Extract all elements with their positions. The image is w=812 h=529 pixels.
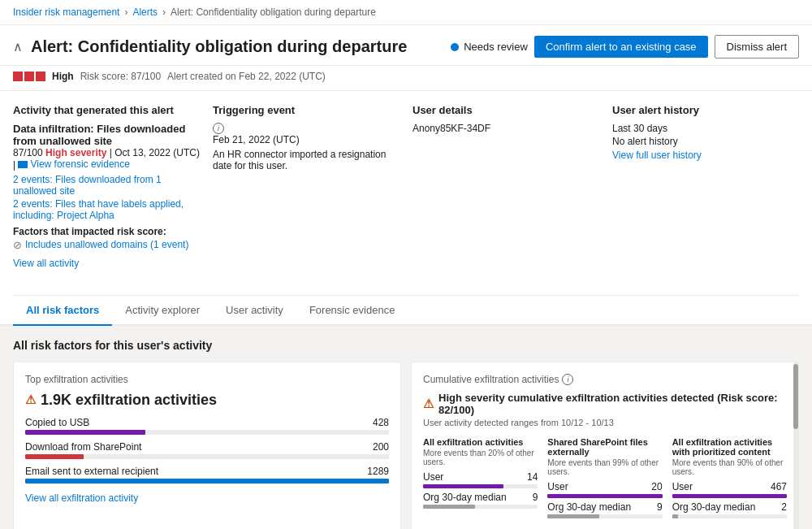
stat-user-value-1: 14 — [527, 471, 538, 483]
cum-stat-title-1: All exfiltration activities — [423, 437, 538, 447]
severity-label: High severity — [45, 147, 106, 158]
view-all-exfil-link[interactable]: View all exfiltration activity — [25, 492, 138, 504]
activity-event-title: Data infiltration: Files downloaded from… — [13, 123, 200, 147]
bar-fill-email — [25, 479, 389, 483]
tab-activity-explorer[interactable]: Activity explorer — [112, 296, 213, 326]
bar-fill-sharepoint — [25, 454, 84, 459]
stat-median-value-2: 9 — [657, 501, 663, 513]
stat-user-value-2: 20 — [651, 481, 662, 492]
risk-square-2 — [24, 72, 34, 81]
cum-subtitle: User activity detected ranges from 10/12… — [423, 418, 787, 427]
risk-indicator — [13, 72, 45, 81]
risk-square-3 — [36, 72, 45, 81]
confirm-alert-button[interactable]: Confirm alert to an existing case — [534, 36, 708, 58]
top-exfil-panel: Top exfiltration activities ⚠ 1.9K exfil… — [13, 362, 401, 530]
bar-fill-usb — [25, 430, 145, 435]
top-exfil-footer: View all exfiltration activity — [25, 492, 389, 504]
activity-section-title: Activity that generated this alert — [13, 104, 200, 116]
scrollbar[interactable] — [793, 362, 798, 530]
tab-all-risk-factors[interactable]: All risk factors — [13, 296, 112, 326]
cum-warning-icon: ⚠ — [423, 397, 434, 411]
bar-track-sharepoint — [25, 454, 389, 459]
activity-content: Activity that generated this alert Data … — [0, 91, 812, 295]
breadcrumb-current: Alert: Confidentiality obligation during… — [171, 7, 376, 18]
stat-user-label-1: User — [423, 471, 443, 483]
forensic-icon — [18, 161, 28, 168]
user-details-column: User details Anony85KF-34DF — [412, 104, 599, 269]
bar-item-sharepoint: Download from SharePoint 200 — [25, 441, 389, 459]
risk-factors-section: All risk factors for this user's activit… — [0, 326, 812, 530]
breadcrumb-alerts[interactable]: Alerts — [132, 7, 158, 18]
stat-median-label-2: Org 30-day median — [547, 501, 631, 513]
user-history-column: User alert history Last 30 days No alert… — [612, 104, 799, 269]
tab-user-activity[interactable]: User activity — [213, 296, 296, 326]
bar-label-usb: Copied to USB — [25, 417, 89, 428]
cum-stat-desc-2: More events than 99% of other users. — [547, 458, 662, 476]
score-value: 87/100 — [13, 147, 43, 158]
stat-user-label-3: User — [672, 481, 693, 492]
stat-bar-fill-user-1 — [423, 484, 503, 488]
stat-bar-track-median-3 — [672, 514, 787, 518]
factor-item: ⊘ Includes unallowed domains (1 event) — [13, 239, 200, 251]
cumulative-panel: Cumulative exfiltration activities i ⚠ H… — [411, 362, 799, 530]
cum-alert-title-text: High severity cumulative exfiltration ac… — [438, 392, 787, 416]
page-header: ∧ Alert: Confidentiality obligation duri… — [0, 25, 812, 66]
factor-link[interactable]: Includes unallowed domains (1 event) — [25, 239, 188, 250]
forensic-link-container: View forensic evidence — [18, 158, 130, 170]
forensic-evidence-link[interactable]: View forensic evidence — [30, 158, 130, 170]
risk-section-title: All risk factors for this user's activit… — [13, 339, 799, 352]
dismiss-alert-button[interactable]: Dismiss alert — [715, 35, 799, 59]
stat-bar-track-user-3 — [672, 494, 787, 498]
stat-median-label-1: Org 30-day median — [423, 492, 507, 503]
user-history-title: User alert history — [612, 104, 799, 116]
cum-stat-prioritized: All exfiltration activities with priorit… — [672, 437, 787, 522]
stat-bar-track-user-2 — [547, 494, 662, 498]
cum-stat-desc-3: More events than 90% of other users. — [672, 458, 787, 476]
status-label: Needs review — [464, 41, 528, 53]
top-exfil-title: Top exfiltration activities — [25, 374, 389, 385]
bar-value-email: 1289 — [367, 466, 389, 477]
triggering-section-title: Triggering event — [213, 104, 400, 116]
alert-meta: High Risk score: 87/100 Alert created on… — [0, 66, 812, 91]
cum-info-icon[interactable]: i — [562, 374, 573, 385]
warning-icon: ⚠ — [25, 392, 36, 407]
risk-panels: Top exfiltration activities ⚠ 1.9K exfil… — [13, 362, 799, 530]
user-id: Anony85KF-34DF — [412, 123, 599, 134]
collapse-icon[interactable]: ∧ — [13, 39, 23, 54]
cum-stat-sharepoint: Shared SharePoint files externally More … — [547, 437, 662, 522]
stat-bar-track-median-1 — [423, 505, 538, 509]
exfil-count-value: 1.9K exfiltration activities — [41, 392, 217, 409]
alert-created: Alert created on Feb 22, 2022 (UTC) — [167, 71, 326, 82]
stat-row-median-1: Org 30-day median 9 — [423, 492, 538, 503]
bar-label-email: Email sent to external recipient — [25, 466, 158, 477]
tab-bar: All risk factors Activity explorer User … — [0, 296, 812, 326]
triggering-info-icon[interactable]: i — [213, 123, 224, 134]
stat-bar-fill-median-2 — [547, 514, 599, 518]
stat-bar-fill-median-1 — [423, 505, 475, 509]
stat-bar-track-median-2 — [547, 514, 662, 518]
risk-severity: High — [52, 71, 74, 82]
stat-median-label-3: Org 30-day median — [672, 501, 756, 513]
activity-column: Activity that generated this alert Data … — [13, 104, 200, 269]
stat-bar-track-user-1 — [423, 484, 538, 488]
scrollbar-thumb — [793, 364, 798, 429]
triggering-column: Triggering event i Feb 21, 2022 (UTC) An… — [213, 104, 400, 269]
risk-score: Risk score: 87/100 — [80, 71, 161, 82]
view-all-activity-link[interactable]: View all activity — [13, 258, 200, 269]
bar-track-usb — [25, 430, 389, 435]
triggering-date: Feb 21, 2022 (UTC) — [213, 134, 400, 145]
stat-bar-fill-user-2 — [547, 494, 662, 498]
bar-item-email: Email sent to external recipient 1289 — [25, 466, 389, 483]
tab-forensic-evidence[interactable]: Forensic evidence — [296, 296, 408, 326]
breadcrumb-insider[interactable]: Insider risk management — [13, 7, 119, 18]
view-full-history-link[interactable]: View full user history — [612, 150, 702, 161]
cum-stats: All exfiltration activities More events … — [423, 437, 787, 522]
activity-line-2[interactable]: 2 events: Files that have labels applied… — [13, 198, 200, 221]
stat-median-value-3: 2 — [781, 501, 787, 513]
activity-line-1[interactable]: 2 events: Files downloaded from 1 unallo… — [13, 174, 200, 197]
activity-grid: Activity that generated this alert Data … — [13, 104, 799, 269]
triggering-desc: An HR connector imported a resignation d… — [213, 149, 400, 171]
cum-panel-title: Cumulative exfiltration activities i — [423, 374, 787, 385]
risk-square-1 — [13, 72, 23, 81]
stat-row-user-1: User 14 — [423, 471, 538, 483]
